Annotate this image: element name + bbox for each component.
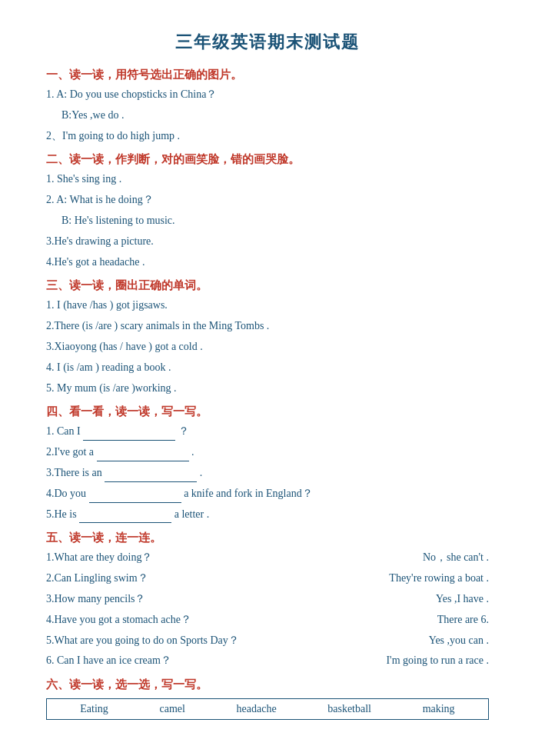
match-row-5: 5.What are you going to do on Sports Day… bbox=[46, 631, 489, 650]
s4l3: 3.There is an . bbox=[46, 464, 489, 482]
s4l4-text: 4.Do you bbox=[46, 488, 86, 499]
s4l1: 1. Can I ？ bbox=[46, 422, 489, 441]
match-row-6: 6. Can I have an ice cream？ I'm going to… bbox=[46, 651, 489, 670]
word-box: Eating camel headache basketball making bbox=[46, 698, 489, 720]
s2l2: 2. A: What is he doing？ bbox=[46, 191, 489, 209]
s4l5-blank[interactable] bbox=[79, 511, 171, 523]
match-left-2: 2.Can Lingling swim？ bbox=[46, 569, 312, 588]
s4l1-after: ？ bbox=[178, 425, 189, 437]
section5-header: 五、读一读，连一连。 bbox=[46, 531, 489, 545]
word-box-item-3: headache bbox=[237, 703, 277, 715]
s4l5-after: a letter . bbox=[174, 508, 209, 520]
section1-header: 一、读一读，用符号选出正确的图片。 bbox=[46, 68, 489, 82]
s4l2-text: 2.I've got a bbox=[46, 446, 94, 458]
match-row-2: 2.Can Lingling swim？ They're rowing a bo… bbox=[46, 569, 489, 588]
s4l1-text: 1. Can I bbox=[46, 425, 81, 437]
word-box-item-2: camel bbox=[159, 703, 184, 715]
s3l5: 5. My mum (is /are )working . bbox=[46, 379, 489, 398]
s4l1-blank[interactable] bbox=[83, 428, 175, 441]
s3l3: 3.Xiaoyong (has / have ) got a cold . bbox=[46, 338, 489, 356]
s1l3: 2、I'm going to do high jump . bbox=[46, 127, 489, 145]
s1l2: B:Yes ,we do . bbox=[61, 106, 489, 125]
s3l1: 1. I (have /has ) got jigsaws. bbox=[46, 296, 489, 315]
match-right-3: Yes ,I have . bbox=[334, 590, 489, 608]
title: 三年级英语期末测试题 bbox=[46, 31, 489, 54]
match-left-5: 5.What are you going to do on Sports Day… bbox=[46, 631, 312, 650]
s1l1: 1. A: Do you use chopsticks in China？ bbox=[46, 85, 489, 104]
s4l3-blank[interactable] bbox=[105, 470, 197, 482]
s4l4-middle: a knife and fork in England？ bbox=[184, 488, 313, 499]
s4l2: 2.I've got a . bbox=[46, 443, 489, 461]
s4l4-blank[interactable] bbox=[89, 491, 181, 503]
match-left-4: 4.Have you got a stomach ache？ bbox=[46, 611, 312, 629]
word-box-item-5: making bbox=[423, 703, 455, 715]
s2l5: 4.He's got a headache . bbox=[46, 253, 489, 271]
s2l4: 3.He's drawing a picture. bbox=[46, 232, 489, 251]
s4l2-after: . bbox=[191, 446, 194, 458]
s3l2: 2.There (is /are ) scary animals in the … bbox=[46, 317, 489, 335]
word-box-item-1: Eating bbox=[80, 703, 108, 715]
s4l5: 5.He is a letter . bbox=[46, 505, 489, 524]
s4l2-blank[interactable] bbox=[97, 449, 189, 461]
s4l4: 4.Do you a knife and fork in England？ bbox=[46, 485, 489, 503]
match-right-4: There are 6. bbox=[334, 611, 489, 629]
s2l3: B: He's listening to music. bbox=[61, 211, 489, 230]
s4l3-text: 3.There is an bbox=[46, 467, 102, 478]
s4l5-text: 5.He is bbox=[46, 508, 77, 520]
match-right-2: They're rowing a boat . bbox=[334, 569, 489, 588]
match-right-5: Yes ,you can . bbox=[334, 631, 489, 650]
match-row-4: 4.Have you got a stomach ache？ There are… bbox=[46, 611, 489, 629]
word-box-item-4: basketball bbox=[327, 703, 371, 715]
s3l4: 4. I (is /am ) reading a book . bbox=[46, 358, 489, 377]
match-row-3: 3.How many pencils？ Yes ,I have . bbox=[46, 590, 489, 608]
match-left-3: 3.How many pencils？ bbox=[46, 590, 312, 608]
section2-header: 二、读一读，作判断，对的画笑脸，错的画哭脸。 bbox=[46, 152, 489, 167]
section4-header: 四、看一看，读一读，写一写。 bbox=[46, 405, 489, 419]
match-right-6: I'm going to run a race . bbox=[334, 651, 489, 670]
match-left-6: 6. Can I have an ice cream？ bbox=[46, 651, 312, 670]
s2l1: 1. She's sing ing . bbox=[46, 170, 489, 188]
s4l3-after: . bbox=[200, 467, 203, 478]
section3-header: 三、读一读，圈出正确的单词。 bbox=[46, 278, 489, 293]
match-right-1: No，she can't . bbox=[334, 548, 489, 567]
match-left-1: 1.What are they doing？ bbox=[46, 548, 312, 567]
section6-header: 六、读一读，选一选，写一写。 bbox=[46, 678, 489, 692]
match-row-1: 1.What are they doing？ No，she can't . bbox=[46, 548, 489, 567]
